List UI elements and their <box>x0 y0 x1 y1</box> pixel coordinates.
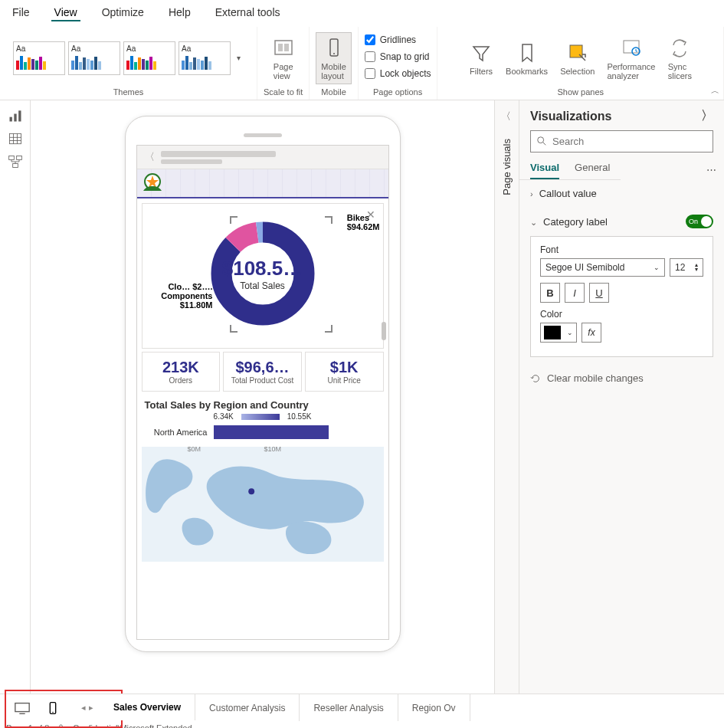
page-tab-region[interactable]: Region Ov <box>398 694 470 721</box>
tab-general[interactable]: General <box>575 162 610 179</box>
map-visual[interactable]: $0M $10M <box>142 447 384 562</box>
viz-search[interactable] <box>530 130 713 152</box>
svg-rect-10 <box>18 110 21 121</box>
menu-external-tools[interactable]: External tools <box>212 5 283 21</box>
chevron-right-icon[interactable]: 〉 <box>701 108 713 124</box>
ribbon-group-scale-label: Scale to fit <box>264 86 303 97</box>
menu-optimize[interactable]: Optimize <box>99 5 147 21</box>
ribbon: Aa Aa Aa Aa ▾ Themes Page view Scale to … <box>0 27 724 100</box>
svg-point-29 <box>52 711 53 712</box>
svg-rect-2 <box>284 44 289 51</box>
report-canvas: 〈 ✕ $108.5… <box>31 100 494 694</box>
report-view-icon[interactable] <box>8 108 23 123</box>
svg-line-25 <box>543 143 546 146</box>
bookmarks-pane-button[interactable]: Bookmarks <box>500 37 553 80</box>
gridlines-checkbox[interactable]: Gridlines <box>365 33 416 47</box>
callout-value-group[interactable]: ›Callout value <box>519 180 724 207</box>
theme-swatch-2[interactable]: Aa <box>68 41 120 75</box>
clear-mobile-changes[interactable]: Clear mobile changes <box>519 365 724 392</box>
svg-rect-0 <box>275 41 292 54</box>
svg-point-4 <box>333 53 335 54</box>
tab-scroll-right-icon[interactable]: ▸ <box>89 703 93 713</box>
color-picker[interactable]: ⌄ <box>540 323 577 343</box>
mobile-layout-icon[interactable] <box>44 701 61 715</box>
sensitivity-label: Confidential\Microsoft Extended <box>73 723 192 728</box>
bar-chart-title: Total Sales by Region and Country <box>137 393 388 412</box>
page-visuals-collapsed[interactable]: 〈 Page visuals <box>494 100 519 694</box>
svg-rect-26 <box>15 703 29 711</box>
back-icon[interactable]: 〈 <box>145 150 155 164</box>
fx-button[interactable]: fx <box>581 323 601 343</box>
sync-slicers-button[interactable]: Sync slicers <box>662 32 697 84</box>
logo-strip <box>137 169 388 198</box>
category-label-settings: Font Segoe UI Semibold⌄ 12▴▾ B I U Color… <box>530 236 713 357</box>
color-label: Color <box>540 309 703 320</box>
menu-file[interactable]: File <box>9 5 33 21</box>
kpi-row: 213KOrders $96,6…Total Product Cost $1KU… <box>142 352 384 392</box>
viz-panel-title: Visualizations <box>530 110 611 123</box>
category-label-toggle[interactable]: On <box>686 215 713 228</box>
kpi-unit-price[interactable]: $1KUnit Price <box>305 352 384 392</box>
font-size-input[interactable]: 12▴▾ <box>670 258 703 277</box>
page-tab-customer-analysis[interactable]: Customer Analysis <box>195 694 300 721</box>
performance-analyzer-button[interactable]: Performance analyzer <box>601 32 660 84</box>
svg-rect-17 <box>16 156 21 160</box>
underline-button[interactable]: U <box>589 283 609 303</box>
theme-swatch-3[interactable]: Aa <box>123 41 175 75</box>
svg-point-23 <box>248 488 254 494</box>
theme-swatch-4[interactable]: Aa <box>179 41 231 75</box>
model-view-icon[interactable] <box>8 154 23 169</box>
bold-button[interactable]: B <box>540 283 560 303</box>
desktop-layout-icon[interactable] <box>14 701 31 715</box>
svg-point-24 <box>538 137 544 143</box>
svg-rect-9 <box>14 114 16 122</box>
ribbon-group-show-panes-label: Show panes <box>557 86 604 97</box>
ribbon-collapse-icon[interactable]: ︿ <box>711 85 719 97</box>
menu-view[interactable]: View <box>51 5 80 21</box>
search-icon <box>536 136 547 146</box>
italic-button[interactable]: I <box>565 283 585 303</box>
category-label-group[interactable]: ⌄Category label On <box>519 207 724 236</box>
status-bar: Page 1 of 8 Confidential\Microsoft Exten… <box>0 721 724 728</box>
left-view-rail <box>0 100 31 694</box>
selection-pane-button[interactable]: Selection <box>555 37 600 80</box>
kpi-orders[interactable]: 213KOrders <box>142 352 221 392</box>
menubar: File View Optimize Help External tools <box>0 0 724 27</box>
tab-scroll-left-icon[interactable]: ◂ <box>81 703 86 713</box>
font-family-select[interactable]: Segoe UI Semibold⌄ <box>540 258 665 277</box>
mobile-header: 〈 <box>137 146 388 169</box>
donut-center-label: Total Sales <box>222 280 303 291</box>
themes-dropdown-icon[interactable]: ▾ <box>234 54 244 62</box>
filters-pane-button[interactable]: Filters <box>464 37 499 80</box>
menu-help[interactable]: Help <box>165 5 194 21</box>
chevron-left-icon[interactable]: 〈 <box>495 100 519 133</box>
snap-to-grid-checkbox[interactable]: Snap to grid <box>365 50 430 64</box>
page-tab-reseller-analysis[interactable]: Reseller Analysis <box>300 694 398 721</box>
ribbon-group-themes-label: Themes <box>113 86 144 97</box>
phone-speaker <box>244 133 282 137</box>
kpi-product-cost[interactable]: $96,6…Total Product Cost <box>223 352 302 392</box>
page-tab-sales-overview[interactable]: Sales Overview <box>100 694 195 720</box>
lock-objects-checkbox[interactable]: Lock objects <box>365 67 431 80</box>
ribbon-group-mobile-label: Mobile <box>321 86 346 97</box>
bar-row-north-america[interactable]: North America <box>137 421 388 444</box>
more-options-icon[interactable]: ⋯ <box>699 161 724 179</box>
mobile-layout-button[interactable]: Mobile layout <box>316 32 351 84</box>
page-view-button[interactable]: Page view <box>266 32 301 84</box>
svg-rect-11 <box>9 133 21 143</box>
bar-legend: 6.34K10.55K <box>137 412 388 421</box>
company-logo-icon <box>142 172 166 194</box>
font-label: Font <box>540 244 703 255</box>
donut-center-value: $108.5… <box>222 257 303 280</box>
mobile-frame: 〈 ✕ $108.5… <box>125 116 401 652</box>
tab-visual[interactable]: Visual <box>530 162 559 179</box>
svg-rect-8 <box>9 117 11 122</box>
data-view-icon[interactable] <box>8 131 23 146</box>
theme-swatch-1[interactable]: Aa <box>13 41 65 75</box>
scrollbar-thumb[interactable] <box>382 322 386 340</box>
donut-visual[interactable]: ✕ $108.5… Total Sales Bikes$94.62M <box>142 203 384 349</box>
lock-icon <box>57 724 65 729</box>
page-indicator: Page 1 of 8 <box>6 723 49 728</box>
search-input[interactable] <box>530 130 713 152</box>
svg-rect-16 <box>8 156 14 160</box>
